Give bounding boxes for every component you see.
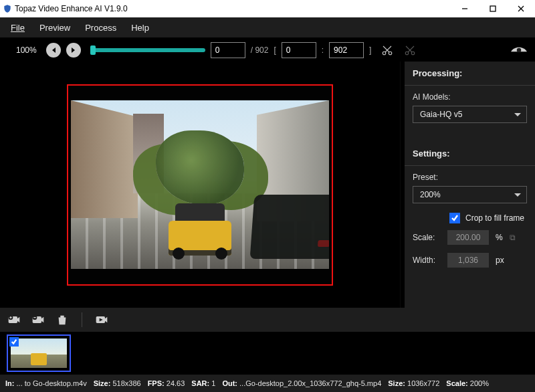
ai-model-select[interactable]: Gaia-HQ v5 bbox=[413, 106, 527, 123]
menu-preview[interactable]: Preview bbox=[33, 20, 77, 35]
frame-total-label: / 902 bbox=[251, 45, 269, 55]
svg-point-8 bbox=[517, 47, 522, 52]
video-viewport[interactable] bbox=[0, 62, 400, 308]
clip-thumbnail[interactable] bbox=[7, 334, 71, 372]
toolbar: 100% / 902 [ : ] bbox=[0, 37, 535, 62]
add-clip-button[interactable] bbox=[7, 313, 21, 326]
process-button[interactable] bbox=[94, 313, 109, 326]
menu-help[interactable]: Help bbox=[124, 20, 156, 35]
clip-thumbnails bbox=[0, 332, 535, 375]
menu-file[interactable]: File bbox=[4, 20, 31, 35]
minimize-button[interactable] bbox=[451, 0, 479, 17]
menu-process[interactable]: Process bbox=[78, 20, 123, 35]
clip-selected-checkbox[interactable] bbox=[9, 337, 19, 347]
crop-label: Crop to fill frame bbox=[465, 213, 524, 223]
maximize-button[interactable] bbox=[479, 0, 507, 17]
lock-aspect-icon[interactable]: ⧉ bbox=[510, 233, 516, 242]
scale-label: Scale: bbox=[413, 233, 441, 242]
side-panel: Processing: AI Models: Gaia-HQ v5 Settin… bbox=[404, 62, 535, 308]
current-frame-input[interactable] bbox=[211, 42, 245, 58]
delete-button[interactable] bbox=[55, 313, 70, 326]
width-label: Width: bbox=[413, 256, 441, 265]
video-frame bbox=[71, 100, 329, 269]
prev-frame-button[interactable] bbox=[46, 43, 61, 58]
menubar: File Preview Process Help bbox=[0, 17, 535, 37]
crop-checkbox[interactable] bbox=[449, 213, 460, 223]
scale-unit: % bbox=[496, 233, 503, 242]
timeline-slider[interactable] bbox=[92, 48, 205, 52]
footer-toolbar bbox=[0, 308, 535, 332]
preset-select[interactable]: 200% bbox=[413, 186, 527, 203]
preset-label: Preset: bbox=[405, 169, 535, 185]
svg-rect-1 bbox=[490, 6, 496, 11]
scale-input[interactable] bbox=[447, 230, 489, 245]
width-unit: px bbox=[496, 256, 504, 265]
crop-frame bbox=[67, 84, 333, 286]
range-end-input[interactable] bbox=[329, 42, 364, 58]
next-frame-button[interactable] bbox=[66, 43, 81, 58]
cut-range-button[interactable] bbox=[381, 43, 394, 57]
cut-clear-button[interactable] bbox=[403, 43, 417, 57]
app-icon bbox=[3, 4, 12, 13]
window-title: Topaz Video Enhance AI V1.9.0 bbox=[15, 4, 128, 13]
remove-clip-button[interactable] bbox=[31, 313, 45, 326]
preview-toggle-button[interactable] bbox=[510, 43, 528, 57]
zoom-level[interactable]: 100% bbox=[16, 45, 37, 55]
close-button[interactable] bbox=[507, 0, 535, 17]
settings-header: Settings: bbox=[405, 142, 535, 164]
width-input[interactable] bbox=[447, 253, 489, 268]
range-start-input[interactable] bbox=[282, 42, 316, 58]
ai-models-label: AI Models: bbox=[405, 88, 535, 104]
processing-header: Processing: bbox=[405, 62, 535, 84]
titlebar: Topaz Video Enhance AI V1.9.0 bbox=[0, 0, 535, 17]
status-bar: In: ... to Go-desktop.m4v Size: 518x386 … bbox=[0, 375, 535, 392]
